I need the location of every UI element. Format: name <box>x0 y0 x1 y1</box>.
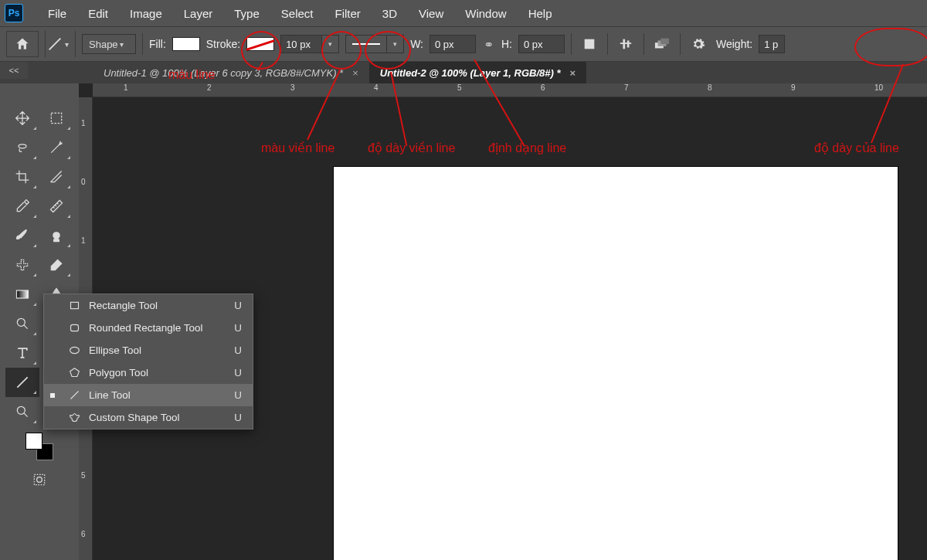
flyout-shortcut: U <box>234 412 242 423</box>
width-input[interactable]: 0 px <box>430 35 476 53</box>
menu-view[interactable]: View <box>408 7 454 20</box>
flyout-label: Custom Shape Tool <box>89 412 180 423</box>
menu-window[interactable]: Window <box>454 7 517 20</box>
menu-image[interactable]: Image <box>119 7 173 20</box>
polygon-icon <box>66 367 83 378</box>
foreground-background-swatch[interactable] <box>24 431 55 462</box>
close-icon[interactable]: × <box>352 67 358 79</box>
flyout-label: Rounded Rectangle Tool <box>89 322 203 334</box>
tab-title: Untitled-1 @ 100% (Layer 6 copy 3, RGB/8… <box>104 67 343 79</box>
healing-tool[interactable] <box>5 250 39 280</box>
document-tab[interactable]: Untitled-2 @ 100% (Layer 1, RGB/8#) *× <box>369 62 586 83</box>
flyout-shortcut: U <box>234 344 242 356</box>
separator <box>680 33 681 55</box>
svg-rect-8 <box>51 113 61 123</box>
svg-point-14 <box>37 477 42 483</box>
flyout-shortcut: U <box>234 300 242 311</box>
separator <box>607 33 608 55</box>
panel-collapser[interactable]: << <box>0 62 28 79</box>
flyout-label: Polygon Tool <box>89 367 148 378</box>
mode-dropdown[interactable]: Shape ▾ <box>82 34 136 54</box>
menu-type[interactable]: Type <box>223 7 270 20</box>
eraser-tool[interactable] <box>39 250 73 280</box>
link-icon[interactable]: ⚭ <box>482 37 495 52</box>
width-label: W: <box>410 38 423 50</box>
crop-tool[interactable] <box>5 162 39 192</box>
document-tabs: Untitled-1 @ 100% (Layer 6 copy 3, RGB/8… <box>0 62 927 83</box>
close-icon[interactable]: × <box>570 67 576 79</box>
flyout-item-roundrect[interactable]: Rounded Rectangle ToolU <box>44 317 253 339</box>
magic-wand-tool[interactable] <box>39 133 73 162</box>
rect-icon <box>66 300 83 311</box>
pathops-combine-icon[interactable] <box>578 32 601 56</box>
svg-rect-9 <box>17 290 29 298</box>
separator <box>571 33 572 55</box>
gradient-tool[interactable] <box>5 280 39 309</box>
flyout-label: Line Tool <box>89 389 131 401</box>
stroke-swatch[interactable] <box>246 37 274 51</box>
flyout-item-custom[interactable]: Custom Shape ToolU <box>44 406 253 429</box>
flyout-shortcut: U <box>234 389 242 401</box>
type-tool[interactable] <box>5 338 39 368</box>
zoom-tool[interactable] <box>5 397 39 426</box>
flyout-item-ellipse[interactable]: Ellipse ToolU <box>44 339 253 361</box>
menu-edit[interactable]: Edit <box>77 7 119 20</box>
ruler-tool[interactable] <box>39 192 73 221</box>
eyedropper-tool[interactable] <box>5 192 39 221</box>
svg-rect-3 <box>623 39 625 49</box>
quickmask-button[interactable] <box>22 465 56 494</box>
shape-tool-flyout: Rectangle ToolURounded Rectangle ToolUEl… <box>43 294 253 429</box>
svg-point-17 <box>70 347 79 353</box>
ellipse-icon <box>66 344 83 356</box>
svg-rect-4 <box>627 41 630 48</box>
dodge-tool[interactable] <box>5 309 39 338</box>
mode-label: Shape <box>89 39 118 50</box>
svg-line-11 <box>17 377 27 387</box>
home-button[interactable] <box>6 31 39 57</box>
fill-swatch[interactable] <box>172 37 200 51</box>
stamp-tool[interactable] <box>39 221 73 250</box>
svg-rect-2 <box>620 42 631 44</box>
menu-help[interactable]: Help <box>518 7 563 20</box>
stroke-style-dropdown[interactable] <box>345 35 387 53</box>
options-bar: ▾ Shape ▾ Fill: Stroke: 10 px ▾ ▾ W: 0 p… <box>0 26 927 62</box>
ruler-horizontal: 12345678910 <box>93 83 927 97</box>
weight-input[interactable]: 1 p <box>759 35 785 53</box>
tool-preset-picker[interactable]: ▾ <box>45 31 76 57</box>
weight-label: Weight: <box>716 38 752 50</box>
flyout-item-polygon[interactable]: Polygon ToolU <box>44 361 253 384</box>
stroke-style-chevron[interactable]: ▾ <box>387 35 404 53</box>
brush-tool[interactable] <box>5 221 39 250</box>
menu-3d[interactable]: 3D <box>372 7 408 20</box>
flyout-label: Rectangle Tool <box>89 300 158 311</box>
svg-marker-18 <box>70 368 79 377</box>
lasso-tool[interactable] <box>5 133 39 162</box>
menu-layer[interactable]: Layer <box>173 7 224 20</box>
stroke-width-input[interactable]: 10 px <box>280 35 322 53</box>
canvas[interactable] <box>334 167 898 560</box>
marquee-tool[interactable] <box>39 104 73 133</box>
menu-filter[interactable]: Filter <box>324 7 372 20</box>
svg-rect-1 <box>585 39 595 49</box>
roundrect-icon <box>66 322 83 334</box>
gear-icon[interactable] <box>687 32 710 56</box>
flyout-item-rect[interactable]: Rectangle ToolU <box>44 294 253 317</box>
flyout-item-line[interactable]: Line ToolU <box>44 384 253 406</box>
height-input[interactable]: 0 px <box>518 35 565 53</box>
chevron-down-icon: ▾ <box>118 40 129 49</box>
line-tool[interactable] <box>5 368 39 397</box>
align-icon[interactable] <box>614 32 637 56</box>
menu-select[interactable]: Select <box>270 7 324 20</box>
slice-tool[interactable] <box>39 162 73 192</box>
chevron-down-icon: ▾ <box>63 40 74 49</box>
document-tab[interactable]: Untitled-1 @ 100% (Layer 6 copy 3, RGB/8… <box>93 62 369 83</box>
menu-file[interactable]: File <box>37 7 77 20</box>
flyout-label: Ellipse Tool <box>89 344 141 356</box>
fill-label: Fill: <box>149 38 166 50</box>
stroke-width-dropdown[interactable]: ▾ <box>322 35 339 53</box>
svg-line-19 <box>70 392 78 399</box>
tab-title: Untitled-2 @ 100% (Layer 1, RGB/8#) * <box>380 67 561 79</box>
arrange-icon[interactable] <box>650 32 674 56</box>
foreground-color[interactable] <box>25 433 42 450</box>
move-tool[interactable] <box>5 104 39 133</box>
